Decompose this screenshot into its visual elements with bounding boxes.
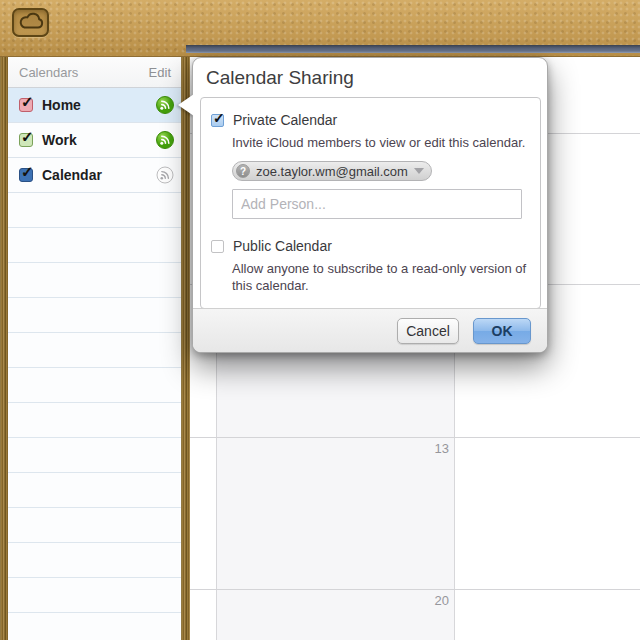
sidebar-title: Calendars [19,65,78,80]
left-wood-border [0,57,8,640]
popover-title: Calendar Sharing [206,67,354,89]
share-icon-green[interactable] [156,131,174,149]
add-person-input[interactable] [232,189,522,219]
popover-footer: Cancel OK [193,308,547,352]
private-calendar-row[interactable]: ✓ Private Calendar [211,112,540,128]
cancel-button[interactable]: Cancel [397,318,459,344]
sidebar-item-work[interactable]: ✓ Work [8,123,181,158]
member-email: zoe.taylor.wm@gmail.com [256,164,408,179]
member-token-dropdown[interactable]: ? zoe.taylor.wm@gmail.com [232,161,432,181]
calendars-sidebar: Calendars Edit ✓ Home ✓ Work ✓ Calendar [8,57,181,640]
member-status-icon: ? [236,164,250,178]
day-number-13: 13 [216,441,449,456]
share-icon-gray[interactable] [156,166,174,184]
calendar-sharing-popover: Calendar Sharing ✓ Private Calendar Invi… [192,57,548,353]
calendar-name: Home [42,97,81,113]
icloud-home-button[interactable] [12,8,49,37]
edit-button[interactable]: Edit [149,65,171,80]
sidebar-item-calendar[interactable]: ✓ Calendar [8,158,181,193]
public-calendar-label: Public Calendar [233,238,332,254]
share-icon-green[interactable] [156,96,174,114]
sidebar-ruled-lines [8,193,181,640]
calendar-row-line [190,589,640,590]
public-calendar-checkbox[interactable] [211,240,224,253]
sidebar-item-home[interactable]: ✓ Home [8,88,181,123]
private-calendar-description: Invite iCloud members to view or edit th… [232,134,528,151]
home-checkbox[interactable]: ✓ [19,98,33,112]
calendar-name: Calendar [42,167,102,183]
calendar-name: Work [42,132,77,148]
private-calendar-label: Private Calendar [233,112,337,128]
work-checkbox[interactable]: ✓ [19,133,33,147]
cloud-icon [17,11,45,35]
calendar-row-line [190,437,640,438]
ok-button[interactable]: OK [473,318,531,344]
chevron-down-icon [414,168,424,174]
calendar-checkbox[interactable]: ✓ [19,168,33,182]
sidebar-wood-divider [181,57,190,640]
popover-arrow [178,94,194,116]
public-calendar-row[interactable]: Public Calendar [211,238,540,254]
day-number-20: 20 [216,593,449,608]
private-calendar-checkbox[interactable]: ✓ [211,114,224,127]
sidebar-header: Calendars Edit [8,57,181,88]
public-calendar-description: Allow anyone to subscribe to a read-only… [232,260,547,294]
sharing-options-group: ✓ Private Calendar Invite iCloud members… [200,97,541,309]
calendar-header-band [186,45,640,53]
